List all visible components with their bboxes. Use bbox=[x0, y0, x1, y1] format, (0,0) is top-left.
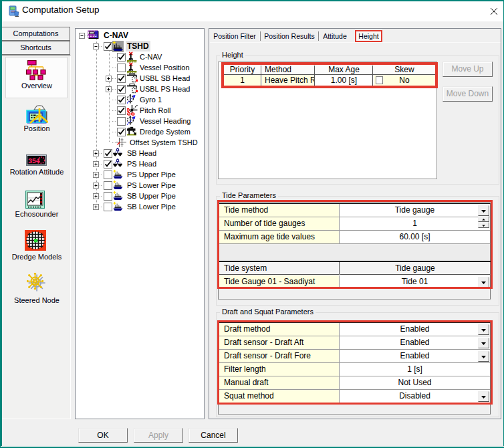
svg-text:354: 354 bbox=[28, 157, 40, 165]
